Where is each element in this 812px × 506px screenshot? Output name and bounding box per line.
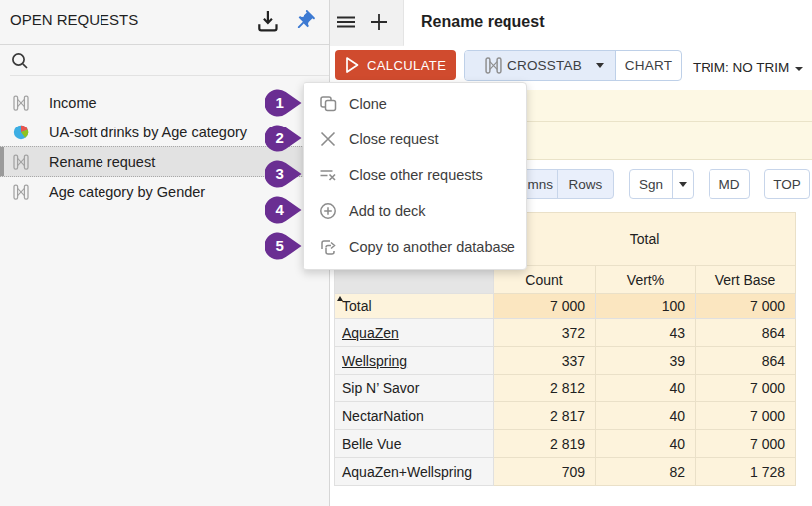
svg-text:2: 2 [275, 129, 283, 146]
svg-text:1: 1 [275, 94, 283, 111]
svg-text:5: 5 [275, 237, 283, 254]
svg-text:4: 4 [275, 201, 284, 218]
svg-text:3: 3 [275, 165, 283, 182]
